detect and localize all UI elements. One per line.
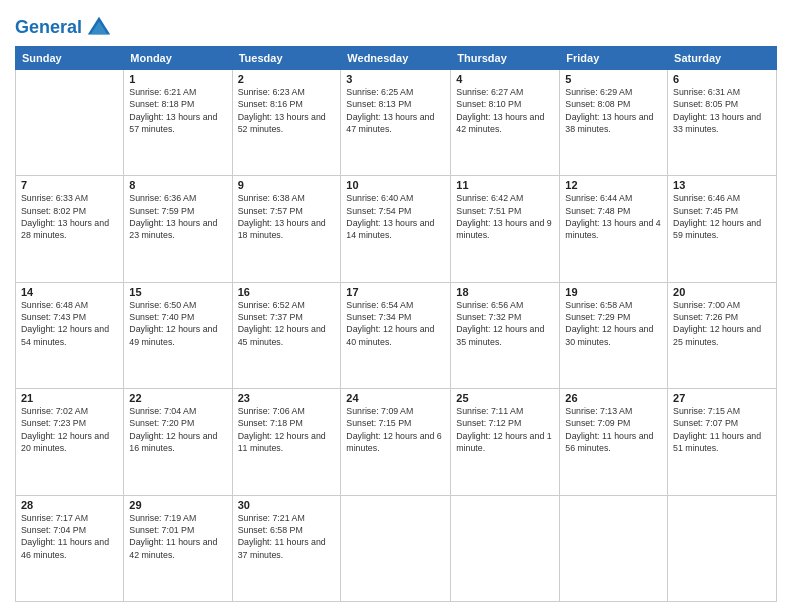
day-info: Sunrise: 7:02 AMSunset: 7:23 PMDaylight:…: [21, 405, 118, 454]
day-cell: [451, 495, 560, 601]
calendar-page: General SundayMondayTuesdayWednesdayThur…: [0, 0, 792, 612]
day-number: 28: [21, 499, 118, 511]
day-cell: 29Sunrise: 7:19 AMSunset: 7:01 PMDayligh…: [124, 495, 232, 601]
day-cell: 6Sunrise: 6:31 AMSunset: 8:05 PMDaylight…: [668, 70, 777, 176]
day-cell: 20Sunrise: 7:00 AMSunset: 7:26 PMDayligh…: [668, 282, 777, 388]
day-info: Sunrise: 6:40 AMSunset: 7:54 PMDaylight:…: [346, 192, 445, 241]
week-row-5: 28Sunrise: 7:17 AMSunset: 7:04 PMDayligh…: [16, 495, 777, 601]
day-info: Sunrise: 7:21 AMSunset: 6:58 PMDaylight:…: [238, 512, 336, 561]
weekday-header-row: SundayMondayTuesdayWednesdayThursdayFrid…: [16, 47, 777, 70]
logo-icon: [85, 14, 113, 42]
day-cell: 28Sunrise: 7:17 AMSunset: 7:04 PMDayligh…: [16, 495, 124, 601]
day-info: Sunrise: 6:52 AMSunset: 7:37 PMDaylight:…: [238, 299, 336, 348]
day-cell: 13Sunrise: 6:46 AMSunset: 7:45 PMDayligh…: [668, 176, 777, 282]
day-cell: 23Sunrise: 7:06 AMSunset: 7:18 PMDayligh…: [232, 389, 341, 495]
day-number: 7: [21, 179, 118, 191]
day-cell: [560, 495, 668, 601]
day-number: 26: [565, 392, 662, 404]
day-number: 2: [238, 73, 336, 85]
day-number: 1: [129, 73, 226, 85]
day-number: 8: [129, 179, 226, 191]
day-cell: 3Sunrise: 6:25 AMSunset: 8:13 PMDaylight…: [341, 70, 451, 176]
day-info: Sunrise: 6:44 AMSunset: 7:48 PMDaylight:…: [565, 192, 662, 241]
day-info: Sunrise: 7:19 AMSunset: 7:01 PMDaylight:…: [129, 512, 226, 561]
day-info: Sunrise: 6:46 AMSunset: 7:45 PMDaylight:…: [673, 192, 771, 241]
day-number: 6: [673, 73, 771, 85]
day-cell: 7Sunrise: 6:33 AMSunset: 8:02 PMDaylight…: [16, 176, 124, 282]
day-info: Sunrise: 6:50 AMSunset: 7:40 PMDaylight:…: [129, 299, 226, 348]
calendar-table: SundayMondayTuesdayWednesdayThursdayFrid…: [15, 46, 777, 602]
day-number: 3: [346, 73, 445, 85]
day-info: Sunrise: 6:54 AMSunset: 7:34 PMDaylight:…: [346, 299, 445, 348]
day-cell: 9Sunrise: 6:38 AMSunset: 7:57 PMDaylight…: [232, 176, 341, 282]
day-cell: 8Sunrise: 6:36 AMSunset: 7:59 PMDaylight…: [124, 176, 232, 282]
day-info: Sunrise: 7:13 AMSunset: 7:09 PMDaylight:…: [565, 405, 662, 454]
day-cell: 15Sunrise: 6:50 AMSunset: 7:40 PMDayligh…: [124, 282, 232, 388]
day-cell: 14Sunrise: 6:48 AMSunset: 7:43 PMDayligh…: [16, 282, 124, 388]
day-number: 10: [346, 179, 445, 191]
day-info: Sunrise: 6:56 AMSunset: 7:32 PMDaylight:…: [456, 299, 554, 348]
day-number: 5: [565, 73, 662, 85]
day-info: Sunrise: 7:00 AMSunset: 7:26 PMDaylight:…: [673, 299, 771, 348]
day-cell: 25Sunrise: 7:11 AMSunset: 7:12 PMDayligh…: [451, 389, 560, 495]
day-number: 9: [238, 179, 336, 191]
day-info: Sunrise: 6:38 AMSunset: 7:57 PMDaylight:…: [238, 192, 336, 241]
day-number: 21: [21, 392, 118, 404]
day-info: Sunrise: 6:42 AMSunset: 7:51 PMDaylight:…: [456, 192, 554, 241]
day-number: 24: [346, 392, 445, 404]
day-info: Sunrise: 6:23 AMSunset: 8:16 PMDaylight:…: [238, 86, 336, 135]
weekday-sunday: Sunday: [16, 47, 124, 70]
day-cell: 5Sunrise: 6:29 AMSunset: 8:08 PMDaylight…: [560, 70, 668, 176]
week-row-4: 21Sunrise: 7:02 AMSunset: 7:23 PMDayligh…: [16, 389, 777, 495]
day-number: 15: [129, 286, 226, 298]
logo: General: [15, 14, 113, 38]
day-info: Sunrise: 6:25 AMSunset: 8:13 PMDaylight:…: [346, 86, 445, 135]
weekday-saturday: Saturday: [668, 47, 777, 70]
day-number: 11: [456, 179, 554, 191]
day-info: Sunrise: 7:11 AMSunset: 7:12 PMDaylight:…: [456, 405, 554, 454]
week-row-1: 1Sunrise: 6:21 AMSunset: 8:18 PMDaylight…: [16, 70, 777, 176]
day-number: 27: [673, 392, 771, 404]
day-cell: 11Sunrise: 6:42 AMSunset: 7:51 PMDayligh…: [451, 176, 560, 282]
day-cell: 12Sunrise: 6:44 AMSunset: 7:48 PMDayligh…: [560, 176, 668, 282]
day-number: 16: [238, 286, 336, 298]
day-cell: 27Sunrise: 7:15 AMSunset: 7:07 PMDayligh…: [668, 389, 777, 495]
day-number: 13: [673, 179, 771, 191]
header: General: [15, 10, 777, 38]
day-cell: 22Sunrise: 7:04 AMSunset: 7:20 PMDayligh…: [124, 389, 232, 495]
day-info: Sunrise: 6:31 AMSunset: 8:05 PMDaylight:…: [673, 86, 771, 135]
day-cell: 30Sunrise: 7:21 AMSunset: 6:58 PMDayligh…: [232, 495, 341, 601]
day-cell: 21Sunrise: 7:02 AMSunset: 7:23 PMDayligh…: [16, 389, 124, 495]
day-cell: 18Sunrise: 6:56 AMSunset: 7:32 PMDayligh…: [451, 282, 560, 388]
day-info: Sunrise: 6:33 AMSunset: 8:02 PMDaylight:…: [21, 192, 118, 241]
week-row-2: 7Sunrise: 6:33 AMSunset: 8:02 PMDaylight…: [16, 176, 777, 282]
day-info: Sunrise: 6:36 AMSunset: 7:59 PMDaylight:…: [129, 192, 226, 241]
day-cell: [341, 495, 451, 601]
day-cell: 1Sunrise: 6:21 AMSunset: 8:18 PMDaylight…: [124, 70, 232, 176]
day-number: 20: [673, 286, 771, 298]
day-number: 25: [456, 392, 554, 404]
day-cell: 10Sunrise: 6:40 AMSunset: 7:54 PMDayligh…: [341, 176, 451, 282]
day-number: 12: [565, 179, 662, 191]
day-number: 17: [346, 286, 445, 298]
day-number: 19: [565, 286, 662, 298]
day-info: Sunrise: 7:06 AMSunset: 7:18 PMDaylight:…: [238, 405, 336, 454]
day-cell: 24Sunrise: 7:09 AMSunset: 7:15 PMDayligh…: [341, 389, 451, 495]
day-cell: 4Sunrise: 6:27 AMSunset: 8:10 PMDaylight…: [451, 70, 560, 176]
day-number: 22: [129, 392, 226, 404]
weekday-tuesday: Tuesday: [232, 47, 341, 70]
week-row-3: 14Sunrise: 6:48 AMSunset: 7:43 PMDayligh…: [16, 282, 777, 388]
day-info: Sunrise: 7:15 AMSunset: 7:07 PMDaylight:…: [673, 405, 771, 454]
weekday-friday: Friday: [560, 47, 668, 70]
day-number: 29: [129, 499, 226, 511]
day-number: 14: [21, 286, 118, 298]
weekday-monday: Monday: [124, 47, 232, 70]
day-number: 18: [456, 286, 554, 298]
day-info: Sunrise: 6:48 AMSunset: 7:43 PMDaylight:…: [21, 299, 118, 348]
day-info: Sunrise: 7:09 AMSunset: 7:15 PMDaylight:…: [346, 405, 445, 454]
weekday-wednesday: Wednesday: [341, 47, 451, 70]
logo-text: General: [15, 14, 113, 38]
day-info: Sunrise: 6:21 AMSunset: 8:18 PMDaylight:…: [129, 86, 226, 135]
day-cell: 2Sunrise: 6:23 AMSunset: 8:16 PMDaylight…: [232, 70, 341, 176]
day-number: 23: [238, 392, 336, 404]
